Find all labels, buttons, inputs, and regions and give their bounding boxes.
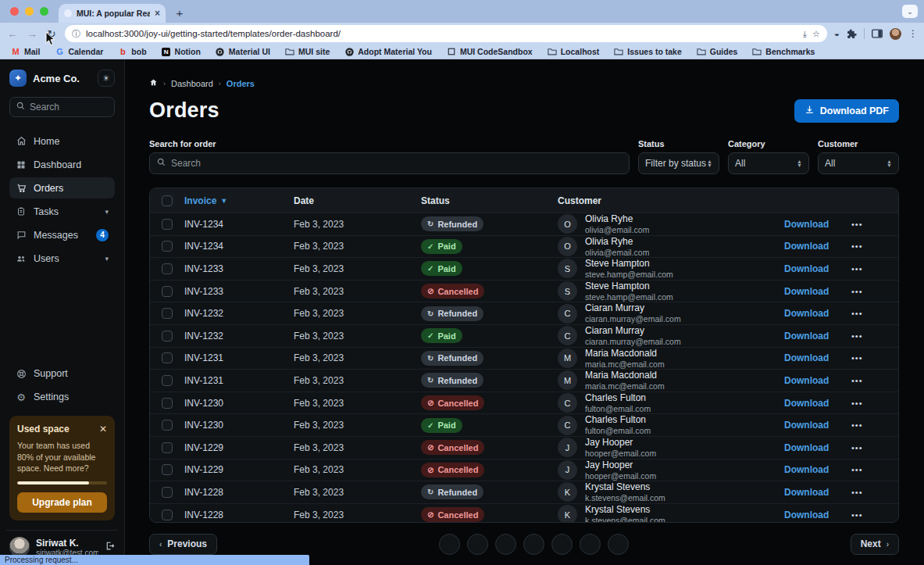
select-all-checkbox[interactable] xyxy=(162,195,173,206)
row-checkbox[interactable] xyxy=(162,352,173,363)
tab-close-icon[interactable]: × xyxy=(155,8,160,19)
sidebar-nav-item[interactable]: Dashboard xyxy=(9,154,115,175)
page-number-button[interactable] xyxy=(580,534,601,555)
next-page-button[interactable]: Next › xyxy=(851,534,899,555)
download-link[interactable]: Download xyxy=(784,286,851,297)
upgrade-plan-button[interactable]: Upgrade plan xyxy=(17,492,107,513)
sidebar-nav-item[interactable]: Users ▾ xyxy=(9,248,115,269)
row-checkbox[interactable] xyxy=(162,375,173,386)
url-bar[interactable]: ⓘ localhost:3000/joy-ui/getting-started/… xyxy=(65,25,827,42)
sidebar-nav-item[interactable]: Orders xyxy=(9,177,115,198)
bookmark-item[interactable]: Localhost xyxy=(548,47,600,56)
download-link[interactable]: Download xyxy=(784,487,851,498)
download-link[interactable]: Download xyxy=(784,308,851,319)
page-number-button[interactable] xyxy=(523,534,544,555)
sidebar-nav-item[interactable]: Support xyxy=(9,363,115,384)
row-checkbox[interactable] xyxy=(162,420,173,431)
row-more-menu-icon[interactable]: ••• xyxy=(851,488,898,497)
download-link[interactable]: Download xyxy=(784,241,851,252)
sidebar-nav-item[interactable]: ⚙ Settings xyxy=(9,387,115,408)
logout-icon[interactable] xyxy=(105,541,115,553)
sidebar-nav-item[interactable]: Home xyxy=(9,131,115,152)
bookmark-item[interactable]: Material UI xyxy=(216,47,270,56)
category-filter-select[interactable]: All ▲▼ xyxy=(728,152,809,174)
sidebar-search-input[interactable]: Search xyxy=(9,97,115,117)
tab-overflow-chevron-icon[interactable]: ⌄ xyxy=(902,5,918,18)
download-link[interactable]: Download xyxy=(784,442,851,453)
row-checkbox[interactable] xyxy=(162,442,173,453)
row-checkbox[interactable] xyxy=(162,263,173,274)
status-filter-select[interactable]: Filter by status ▲▼ xyxy=(638,152,719,174)
row-checkbox[interactable] xyxy=(162,286,173,297)
download-pdf-button[interactable]: Download PDF xyxy=(794,99,899,123)
close-icon[interactable]: ✕ xyxy=(99,424,107,434)
minimize-window-button[interactable] xyxy=(25,7,34,16)
row-checkbox[interactable] xyxy=(162,331,173,342)
bookmark-item[interactable]: M Mail xyxy=(11,47,40,56)
bookmark-item[interactable]: G Calendar xyxy=(55,47,103,56)
page-number-button[interactable] xyxy=(439,534,460,555)
row-checkbox[interactable] xyxy=(162,487,173,498)
row-checkbox[interactable] xyxy=(162,219,173,230)
row-checkbox[interactable] xyxy=(162,308,173,319)
bookmark-star-icon[interactable]: ☆ xyxy=(812,29,820,39)
zoom-window-button[interactable] xyxy=(40,7,48,16)
download-link[interactable]: Download xyxy=(784,331,851,342)
bookmark-item[interactable]: Guides xyxy=(697,47,738,56)
row-more-menu-icon[interactable]: ••• xyxy=(851,510,898,520)
url-text[interactable]: localhost:3000/joy-ui/getting-started/te… xyxy=(86,29,797,38)
bookmark-item[interactable]: MUI site xyxy=(285,47,330,56)
previous-page-button[interactable]: ‹ Previous xyxy=(149,534,217,555)
forward-button[interactable]: → xyxy=(26,28,38,40)
row-more-menu-icon[interactable]: ••• xyxy=(851,241,898,251)
order-search-input[interactable]: Search xyxy=(149,152,630,174)
download-link[interactable]: Download xyxy=(784,375,851,386)
row-checkbox[interactable] xyxy=(162,510,173,520)
privacy-badge-icon[interactable]: ◒ xyxy=(834,28,840,39)
side-panel-icon[interactable] xyxy=(872,29,883,38)
bookmark-item[interactable]: MUI CodeSandbox xyxy=(447,47,533,56)
download-link[interactable]: Download xyxy=(784,510,851,520)
row-more-menu-icon[interactable]: ••• xyxy=(851,264,898,274)
bookmark-item[interactable]: Issues to take xyxy=(614,47,681,56)
download-link[interactable]: Download xyxy=(784,263,851,274)
browser-menu-icon[interactable]: ⋮ xyxy=(908,28,918,39)
row-more-menu-icon[interactable]: ••• xyxy=(851,287,898,296)
row-checkbox[interactable] xyxy=(162,464,173,475)
bookmark-item[interactable]: b bob xyxy=(118,47,146,56)
home-icon[interactable] xyxy=(149,78,158,88)
new-tab-button[interactable]: + xyxy=(171,4,188,21)
row-more-menu-icon[interactable]: ••• xyxy=(851,309,898,318)
page-number-button[interactable] xyxy=(608,534,629,555)
download-link[interactable]: Download xyxy=(784,398,851,409)
row-more-menu-icon[interactable]: ••• xyxy=(851,443,898,452)
page-number-button[interactable] xyxy=(467,534,488,555)
row-more-menu-icon[interactable]: ••• xyxy=(851,420,898,430)
close-window-button[interactable] xyxy=(10,7,19,16)
install-app-icon[interactable]: ⤓ xyxy=(803,29,807,39)
download-link[interactable]: Download xyxy=(784,420,851,431)
customer-filter-select[interactable]: All ▲▼ xyxy=(818,152,899,174)
download-link[interactable]: Download xyxy=(784,464,851,475)
browser-tab[interactable]: MUI: A popular React UI fram × xyxy=(59,4,166,23)
page-number-button[interactable] xyxy=(495,534,516,555)
row-more-menu-icon[interactable]: ••• xyxy=(851,399,898,408)
site-info-icon[interactable]: ⓘ xyxy=(72,28,80,40)
row-more-menu-icon[interactable]: ••• xyxy=(851,465,898,474)
sidebar-nav-item[interactable]: Tasks ▾ xyxy=(9,201,115,222)
traffic-lights[interactable] xyxy=(10,7,48,16)
page-number-button[interactable] xyxy=(551,534,573,555)
sidebar-nav-item[interactable]: Messages 4 xyxy=(9,224,115,245)
row-checkbox[interactable] xyxy=(162,241,173,252)
row-more-menu-icon[interactable]: ••• xyxy=(851,376,898,385)
breadcrumb-dashboard[interactable]: Dashboard xyxy=(171,79,213,88)
download-link[interactable]: Download xyxy=(784,219,851,230)
browser-profile-avatar[interactable] xyxy=(890,28,901,40)
bookmark-item[interactable]: Benchmarks xyxy=(752,47,815,56)
row-more-menu-icon[interactable]: ••• xyxy=(851,220,898,229)
row-more-menu-icon[interactable]: ••• xyxy=(851,331,898,341)
extensions-puzzle-icon[interactable] xyxy=(847,29,857,39)
download-link[interactable]: Download xyxy=(784,352,851,363)
back-button[interactable]: ← xyxy=(6,28,19,40)
color-mode-toggle-button[interactable]: ☀ xyxy=(98,70,115,87)
